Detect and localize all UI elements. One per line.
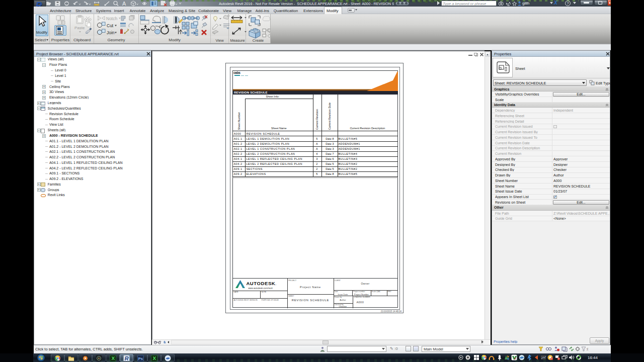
svg-text:A: A — [122, 1, 126, 7]
svg-text:Paste: Paste — [74, 26, 85, 30]
svg-text::0: :0 — [586, 347, 588, 351]
svg-text:Ps: Ps — [138, 356, 143, 361]
svg-text:R: R — [125, 355, 129, 361]
svg-text:Join: Join — [107, 30, 115, 35]
svg-text:Notch: Notch — [106, 16, 117, 21]
svg-text:Cut: Cut — [107, 23, 114, 28]
